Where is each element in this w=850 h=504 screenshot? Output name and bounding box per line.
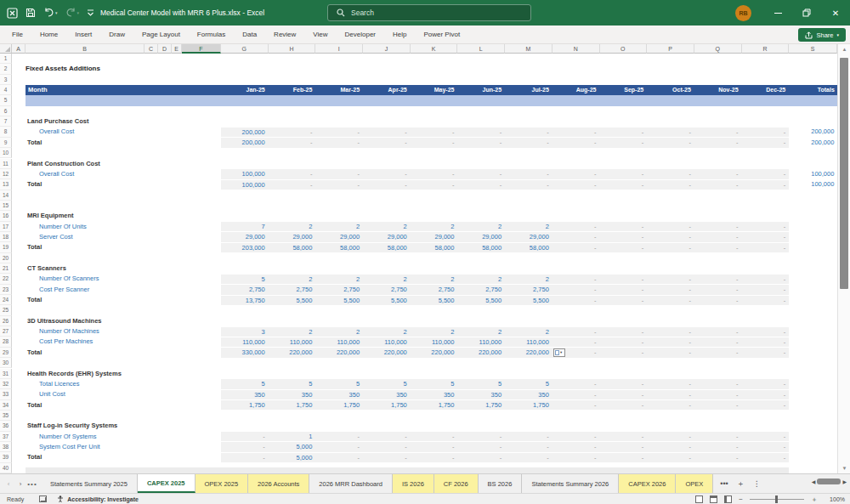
cell-B16[interactable]: MRI Equipment: [26, 211, 74, 221]
cell-L8[interactable]: -: [457, 127, 505, 137]
cell-K13[interactable]: -: [411, 180, 458, 190]
cell-L9[interactable]: -: [457, 138, 505, 147]
page-break-view-icon[interactable]: [724, 496, 732, 503]
cell-I22[interactable]: 2: [315, 275, 363, 284]
cell-P37[interactable]: -: [647, 432, 694, 441]
cell-K33[interactable]: 350: [411, 390, 458, 399]
cell-I19[interactable]: 58,000: [315, 243, 363, 252]
row-header-25[interactable]: 25: [0, 305, 12, 315]
cell-M38[interactable]: -: [505, 442, 552, 451]
vertical-scrollbar[interactable]: ▲ ▼: [837, 44, 850, 473]
cell-R33[interactable]: -: [742, 390, 790, 399]
column-header-D[interactable]: D: [158, 44, 172, 54]
cell-J22[interactable]: 2: [363, 275, 411, 284]
sheet-tab-statements-summary-2025[interactable]: Statements Summary 2025: [41, 474, 138, 493]
cell-K8[interactable]: -: [411, 127, 458, 137]
row-header-6[interactable]: 6: [0, 106, 12, 116]
table-subheader-band[interactable]: [26, 95, 837, 105]
sheet-tab-is-2026[interactable]: IS 2026: [393, 474, 434, 493]
cell-J39[interactable]: -: [363, 453, 411, 462]
sheet-tab-2026-accounts[interactable]: 2026 Accounts: [248, 474, 309, 493]
ribbon-tab-developer[interactable]: Developer: [337, 25, 384, 44]
ribbon-tab-formulas[interactable]: Formulas: [189, 25, 234, 44]
account-avatar[interactable]: RB: [735, 5, 751, 21]
cell-K27[interactable]: 2: [411, 327, 458, 337]
cell-P4[interactable]: Oct-25: [647, 85, 694, 95]
cell-M37[interactable]: -: [505, 432, 552, 441]
cell-P22[interactable]: -: [647, 275, 694, 284]
cell-L22[interactable]: 2: [457, 275, 505, 284]
cell-N18[interactable]: -: [552, 232, 600, 241]
autofill-options-icon[interactable]: ▾: [553, 348, 565, 357]
sheet-tab-cf-2026[interactable]: CF 2026: [434, 474, 479, 493]
row-header-26[interactable]: 26: [0, 316, 12, 326]
cell-O39[interactable]: -: [600, 453, 648, 462]
cell-Q22[interactable]: -: [694, 275, 742, 284]
cell-J19[interactable]: 58,000: [363, 243, 411, 252]
cell-J17[interactable]: 2: [363, 222, 411, 231]
cell-N33[interactable]: -: [552, 390, 600, 399]
cell-R23[interactable]: -: [742, 285, 790, 294]
cell-H39[interactable]: 5,000: [269, 453, 316, 462]
cell-K12[interactable]: -: [411, 169, 458, 178]
cell-O29[interactable]: -: [600, 348, 648, 357]
cell-G27[interactable]: 3: [221, 327, 269, 337]
horizontal-scrollbar-thumb[interactable]: [817, 479, 841, 484]
excel-app-icon[interactable]: [7, 8, 18, 19]
cell-J34[interactable]: 1,750: [363, 400, 411, 410]
cell-H22[interactable]: 2: [269, 275, 316, 284]
row-header-35[interactable]: 35: [0, 411, 12, 421]
cell-G13[interactable]: 100,000: [221, 180, 269, 190]
cell-Q23[interactable]: -: [694, 285, 742, 294]
cell-J33[interactable]: 350: [363, 390, 411, 399]
cell-R37[interactable]: -: [742, 432, 790, 441]
cell-P28[interactable]: -: [647, 337, 694, 347]
cell-B38[interactable]: System Cost Per Unit: [26, 442, 100, 452]
cell-H32[interactable]: 5: [269, 379, 316, 388]
cell-H28[interactable]: 110,000: [269, 337, 316, 347]
cell-B27[interactable]: Number Of Machines: [26, 326, 99, 337]
cell-J9[interactable]: -: [363, 138, 411, 147]
cell-M8[interactable]: -: [505, 127, 552, 137]
cell-I39[interactable]: -: [315, 453, 363, 462]
sheet-tab-opex[interactable]: OPEX: [676, 474, 713, 493]
cell-M32[interactable]: 5: [505, 379, 552, 388]
cell-O13[interactable]: -: [600, 180, 648, 190]
ribbon-tab-power-pivot[interactable]: Power Pivot: [415, 25, 468, 44]
cell-M19[interactable]: 58,000: [505, 243, 552, 252]
cell-R17[interactable]: -: [742, 222, 790, 231]
cell-H13[interactable]: -: [269, 180, 316, 190]
row-header-14[interactable]: 14: [0, 190, 12, 201]
cell-B37[interactable]: Number Of Systems: [26, 432, 97, 442]
cell-G18[interactable]: 29,000: [221, 232, 269, 241]
column-header-Q[interactable]: Q: [694, 44, 742, 54]
cell-N17[interactable]: -: [552, 222, 600, 231]
scroll-up-arrow[interactable]: ▲: [838, 44, 850, 54]
cell-K28[interactable]: 110,000: [411, 337, 458, 347]
cell-K18[interactable]: 29,000: [411, 232, 458, 241]
cell-I34[interactable]: 1,750: [315, 400, 363, 410]
row-header-2[interactable]: 2: [0, 64, 12, 74]
scroll-right-icon[interactable]: ▶: [842, 479, 847, 484]
sheet-tab-2026-mrr-dashboard[interactable]: 2026 MRR Dashboard: [309, 474, 393, 493]
ribbon-tab-insert[interactable]: Insert: [66, 25, 100, 44]
redo-icon[interactable]: ▾: [65, 8, 80, 18]
cell-M39[interactable]: -: [505, 453, 552, 462]
row-header-32[interactable]: 32: [0, 379, 12, 389]
cell-H34[interactable]: 1,750: [269, 400, 316, 410]
cell-P8[interactable]: -: [647, 127, 694, 137]
cell-N37[interactable]: -: [552, 432, 600, 441]
row-header-18[interactable]: 18: [0, 232, 12, 242]
cell-N19[interactable]: -: [552, 243, 600, 252]
cell-J38[interactable]: -: [363, 442, 411, 451]
cell-Q17[interactable]: -: [694, 222, 742, 231]
sheet-nav-more-icon[interactable]: •••: [27, 480, 37, 488]
cell-H17[interactable]: 2: [269, 222, 316, 231]
cell-J28[interactable]: 110,000: [363, 337, 411, 347]
cell-S13[interactable]: 100,000: [789, 179, 836, 190]
cell-J32[interactable]: 5: [363, 379, 411, 388]
column-header-A[interactable]: A: [12, 44, 26, 54]
cell-Q38[interactable]: -: [694, 442, 742, 451]
cell-Q33[interactable]: -: [694, 390, 742, 399]
cell-I18[interactable]: 29,000: [315, 232, 363, 241]
